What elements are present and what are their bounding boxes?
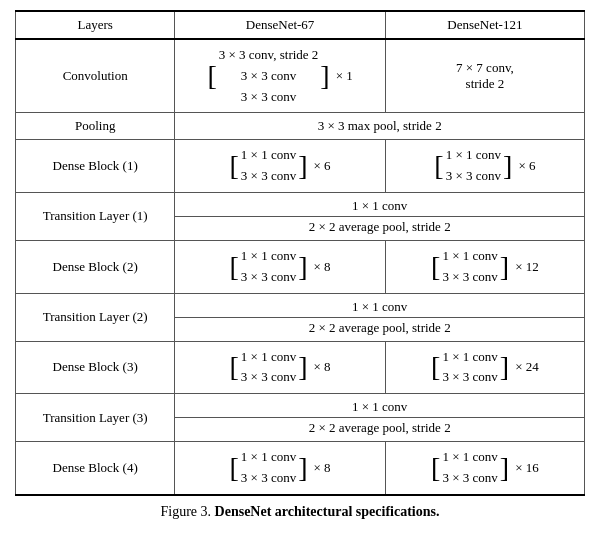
cell-densenet67-dense3: [ 1 × 1 conv3 × 3 conv ] × 8: [175, 341, 386, 394]
figure-caption: Figure 3. DenseNet architectural specifi…: [15, 504, 585, 520]
bracket-right-icon: ]: [298, 454, 307, 482]
bracket-left-icon: [: [431, 253, 440, 281]
row-label: Dense Block (4): [16, 442, 175, 495]
bracket-left-icon: [: [434, 152, 443, 180]
cell-densenet67-dense2: [ 1 × 1 conv3 × 3 conv ] × 8: [175, 240, 386, 293]
bracket-right-icon: ]: [500, 253, 509, 281]
row-label: Convolution: [16, 39, 175, 113]
transition2-bottom-span: 2 × 2 average pool, stride 2: [175, 317, 585, 341]
cell-densenet121-conv: 7 × 7 conv,stride 2: [385, 39, 584, 113]
bracket-left-icon: [: [230, 353, 239, 381]
table-row: Dense Block (3) [ 1 × 1 conv3 × 3 conv ]…: [16, 341, 585, 394]
cell-densenet121-dense1: [ 1 × 1 conv3 × 3 conv ] × 6: [385, 140, 584, 193]
row-label: Transition Layer (1): [16, 192, 175, 240]
caption-bold: DenseNet architectural specifications.: [215, 504, 440, 519]
cell-densenet67-dense1: [ 1 × 1 conv3 × 3 conv ] × 6: [175, 140, 386, 193]
bracket-left-icon: [: [230, 454, 239, 482]
bracket-left-icon: [: [431, 353, 440, 381]
col-densenet67-header: DenseNet-67: [175, 11, 386, 39]
conv-formula: 3 × 3 conv, stride 23 × 3 conv3 × 3 conv: [219, 45, 319, 107]
transition3-top-span: 1 × 1 conv: [175, 394, 585, 418]
bracket-right-icon: ]: [320, 62, 329, 90]
transition1-bottom-span: 2 × 2 average pool, stride 2: [175, 216, 585, 240]
caption-prefix: Figure 3.: [161, 504, 212, 519]
bracket-left-icon: [: [207, 62, 216, 90]
cell-densenet67-dense4: [ 1 × 1 conv3 × 3 conv ] × 8: [175, 442, 386, 495]
table-row: Dense Block (1) [ 1 × 1 conv3 × 3 conv ]…: [16, 140, 585, 193]
row-label: Transition Layer (2): [16, 293, 175, 341]
bracket-right-icon: ]: [500, 454, 509, 482]
transition-layer-2-top: Transition Layer (2) 1 × 1 conv: [16, 293, 585, 317]
row-label: Dense Block (1): [16, 140, 175, 193]
cell-densenet121-dense3: [ 1 × 1 conv3 × 3 conv ] × 24: [385, 341, 584, 394]
row-label: Dense Block (2): [16, 240, 175, 293]
row-label: Dense Block (3): [16, 341, 175, 394]
bracket-right-icon: ]: [298, 253, 307, 281]
col-densenet121-header: DenseNet-121: [385, 11, 584, 39]
col-layers-header: Layers: [16, 11, 175, 39]
pooling-span: 3 × 3 max pool, stride 2: [175, 113, 585, 140]
transition2-top-span: 1 × 1 conv: [175, 293, 585, 317]
table-row: Dense Block (4) [ 1 × 1 conv3 × 3 conv ]…: [16, 442, 585, 495]
transition1-top-span: 1 × 1 conv: [175, 192, 585, 216]
transition-layer-3-top: Transition Layer (3) 1 × 1 conv: [16, 394, 585, 418]
transition3-bottom-span: 2 × 2 average pool, stride 2: [175, 418, 585, 442]
table-row: Dense Block (2) [ 1 × 1 conv3 × 3 conv ]…: [16, 240, 585, 293]
table-row: Convolution [ 3 × 3 conv, stride 23 × 3 …: [16, 39, 585, 113]
cell-densenet121-dense2: [ 1 × 1 conv3 × 3 conv ] × 12: [385, 240, 584, 293]
table-row: Pooling 3 × 3 max pool, stride 2: [16, 113, 585, 140]
architecture-table: Layers DenseNet-67 DenseNet-121 Convolut…: [15, 10, 585, 496]
bracket-left-icon: [: [230, 253, 239, 281]
row-label: Pooling: [16, 113, 175, 140]
bracket-left-icon: [: [431, 454, 440, 482]
bracket-right-icon: ]: [298, 152, 307, 180]
bracket-right-icon: ]: [298, 353, 307, 381]
bracket-right-icon: ]: [500, 353, 509, 381]
bracket-left-icon: [: [230, 152, 239, 180]
transition-layer-1-top: Transition Layer (1) 1 × 1 conv: [16, 192, 585, 216]
bracket-right-icon: ]: [503, 152, 512, 180]
cell-densenet67-conv: [ 3 × 3 conv, stride 23 × 3 conv3 × 3 co…: [175, 39, 386, 113]
row-label: Transition Layer (3): [16, 394, 175, 442]
cell-densenet121-dense4: [ 1 × 1 conv3 × 3 conv ] × 16: [385, 442, 584, 495]
